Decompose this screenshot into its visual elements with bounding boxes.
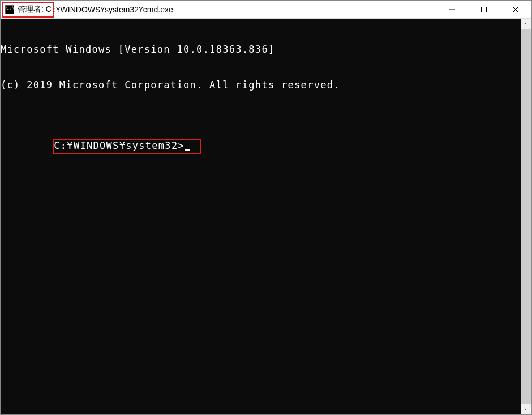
prompt-wrapper: C:¥WINDOWS¥system32>	[1, 127, 521, 166]
cmd-icon: C:\	[5, 5, 14, 14]
prompt-annotation-highlight: C:¥WINDOWS¥system32>	[53, 139, 201, 154]
text-cursor	[185, 149, 190, 151]
terminal-output-line: (c) 2019 Microsoft Corporation. All righ…	[1, 79, 521, 91]
titlebar-left: C:\ 管理者: C :¥WINDOWS¥system32¥cmd.exe	[1, 1, 436, 18]
maximize-button[interactable]	[468, 1, 500, 18]
terminal-prompt: C:¥WINDOWS¥system32>	[54, 140, 185, 151]
window-title-highlighted: 管理者: C	[18, 5, 52, 15]
close-button[interactable]	[500, 1, 531, 18]
chevron-up-icon	[524, 22, 529, 26]
maximize-icon	[480, 6, 487, 13]
title-annotation-highlight: C:\ 管理者: C	[2, 2, 54, 18]
titlebar[interactable]: C:\ 管理者: C :¥WINDOWS¥system32¥cmd.exe	[1, 1, 531, 19]
minimize-button[interactable]	[436, 1, 468, 18]
close-icon	[512, 6, 519, 13]
chevron-down-icon	[524, 407, 529, 412]
terminal-output-line: Microsoft Windows [Version 10.0.18363.83…	[1, 44, 521, 55]
window-controls	[436, 1, 531, 18]
svg-rect-1	[482, 7, 487, 12]
window-title-remainder: :¥WINDOWS¥system32¥cmd.exe	[54, 5, 173, 14]
scrollbar-thumb[interactable]	[521, 29, 531, 404]
scroll-up-button[interactable]	[521, 19, 531, 29]
minimize-icon	[449, 6, 456, 13]
scroll-down-button[interactable]	[521, 404, 531, 414]
terminal-content[interactable]: Microsoft Windows [Version 10.0.18363.83…	[1, 19, 521, 414]
terminal-area[interactable]: Microsoft Windows [Version 10.0.18363.83…	[1, 19, 531, 414]
command-prompt-window: C:\ 管理者: C :¥WINDOWS¥system32¥cmd.exe	[0, 0, 532, 415]
vertical-scrollbar[interactable]	[521, 19, 531, 414]
